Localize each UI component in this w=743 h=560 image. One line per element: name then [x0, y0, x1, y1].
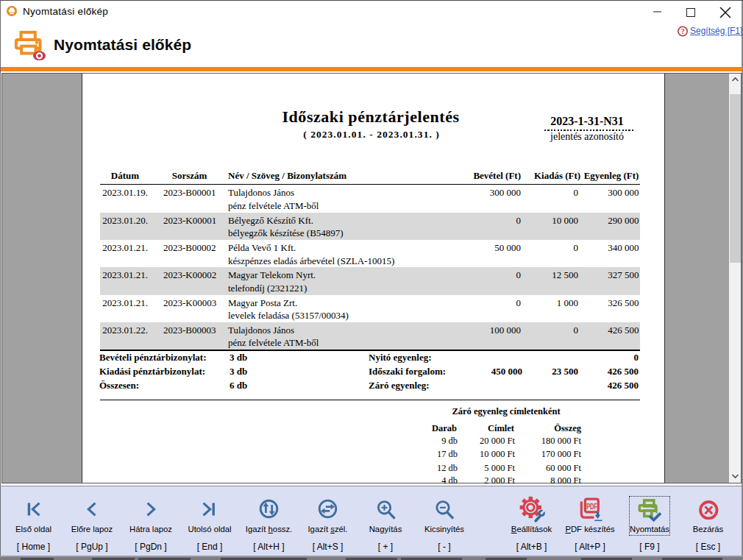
svg-text:PDF: PDF [586, 502, 597, 511]
